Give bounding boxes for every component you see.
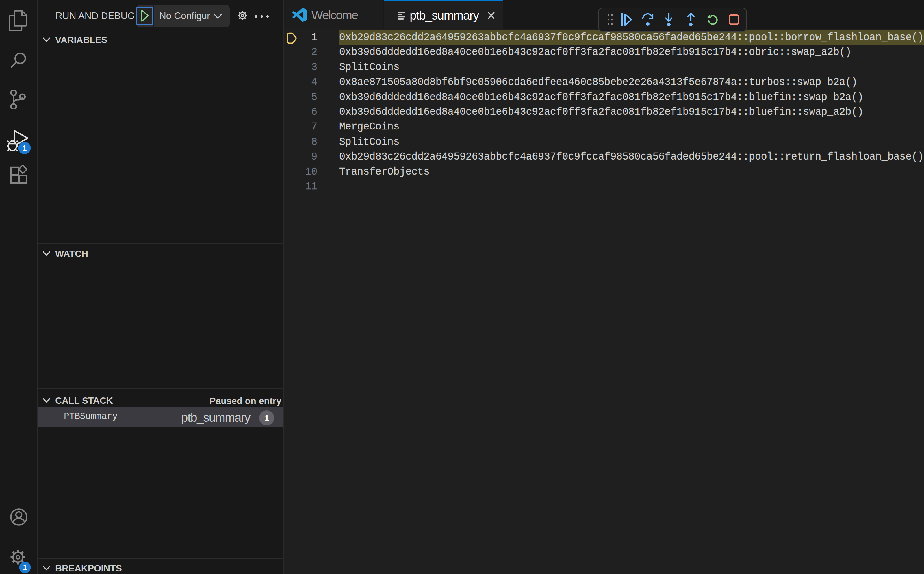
- svg-text:1: 1: [22, 144, 27, 153]
- svg-text:1: 1: [23, 563, 27, 572]
